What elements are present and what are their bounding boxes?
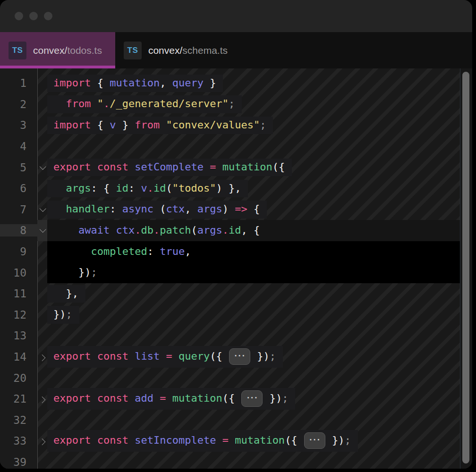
tab-file-name: todos.ts bbox=[67, 45, 102, 56]
token-pun: ({ bbox=[222, 392, 241, 404]
tab-path-prefix: convex/ bbox=[33, 45, 67, 56]
token-pun: } bbox=[204, 77, 216, 89]
tab-file-name: schema.ts bbox=[182, 45, 228, 56]
traffic-light-minimize-button[interactable] bbox=[29, 12, 38, 20]
collapsed-code-chip[interactable]: ··· bbox=[241, 390, 263, 407]
collapsed-code-chip[interactable]: ··· bbox=[304, 432, 325, 449]
line-number[interactable]: 11 bbox=[0, 287, 37, 300]
token-kw: = bbox=[210, 161, 216, 173]
line-number[interactable]: 7 bbox=[0, 203, 37, 216]
token-pun: , bbox=[160, 77, 172, 89]
line-number[interactable]: 14 bbox=[0, 351, 37, 363]
code-text[interactable]: }); bbox=[53, 266, 97, 278]
code-line-32[interactable]: 32 bbox=[0, 410, 460, 431]
line-number[interactable]: 10 bbox=[0, 267, 37, 279]
tab-schema.ts[interactable]: TSconvex/schema.ts bbox=[115, 32, 241, 68]
code-text[interactable]: export const list = query({ ··· }); bbox=[47, 346, 283, 368]
token-str: /_generated/server" bbox=[110, 98, 229, 110]
fold-right-icon[interactable] bbox=[37, 346, 47, 368]
line-number[interactable]: 33 bbox=[0, 435, 37, 447]
code-text[interactable]: args: { id: v.id("todos") }, bbox=[47, 180, 248, 197]
token-pun: : bbox=[147, 245, 160, 257]
line-number[interactable]: 1 bbox=[0, 77, 37, 89]
token-semi: ; bbox=[270, 350, 276, 362]
line-number[interactable]: 9 bbox=[0, 245, 37, 258]
collapsed-code-chip[interactable]: ··· bbox=[229, 348, 250, 365]
token-pun: }) bbox=[326, 434, 345, 446]
code-line-4[interactable]: 4 bbox=[0, 136, 460, 157]
code-text[interactable]: }); bbox=[47, 306, 79, 323]
tab-bar: TSconvex/todos.tsTSconvex/schema.ts bbox=[0, 32, 472, 68]
code-line-39[interactable]: 39 bbox=[0, 452, 460, 469]
token-pun bbox=[91, 434, 97, 446]
code-line-21[interactable]: 21export const add = mutation({ ··· }); bbox=[0, 388, 460, 410]
code-line-12[interactable]: 12}); bbox=[0, 304, 460, 326]
code-text[interactable]: from "./_generated/server"; bbox=[47, 95, 242, 113]
scrollbar-track[interactable] bbox=[460, 68, 472, 469]
code-line-33[interactable]: 33export const setIncomplete = mutation(… bbox=[0, 430, 460, 452]
fold-spacer bbox=[37, 73, 47, 94]
token-id: setIncomplete bbox=[135, 434, 216, 446]
code-line-1[interactable]: 1import { mutation, query } bbox=[0, 73, 460, 94]
token-pun bbox=[91, 161, 97, 173]
token-semi: ; bbox=[229, 98, 235, 110]
token-kw: const bbox=[97, 392, 128, 404]
fold-right-icon[interactable] bbox=[37, 388, 47, 410]
code-text[interactable]: import { mutation, query } bbox=[47, 75, 223, 92]
code-line-11[interactable]: 11 }, bbox=[0, 283, 460, 304]
code-line-8[interactable]: 8 await ctx.db.patch(args.id, { bbox=[0, 220, 460, 241]
line-number[interactable]: 12 bbox=[0, 309, 37, 321]
fold-down-icon[interactable] bbox=[37, 220, 47, 241]
traffic-light-maximize-button[interactable] bbox=[44, 12, 52, 20]
tab-label: convex/schema.ts bbox=[148, 45, 228, 56]
code-line-14[interactable]: 14export const list = query({ ··· }); bbox=[0, 346, 460, 368]
tab-todos.ts[interactable]: TSconvex/todos.ts bbox=[0, 32, 115, 68]
code-text[interactable]: export const setComplete = mutation({ bbox=[47, 159, 292, 176]
code-line-13[interactable]: 13 bbox=[0, 325, 460, 346]
token-fn: id bbox=[229, 224, 241, 236]
line-number[interactable]: 20 bbox=[0, 372, 37, 384]
code-line-5[interactable]: 5export const setComplete = mutation({ bbox=[0, 157, 460, 178]
code-text[interactable]: await ctx.db.patch(args.id, { bbox=[53, 224, 260, 236]
token-kw: = bbox=[222, 434, 229, 446]
token-fn: args bbox=[66, 182, 91, 194]
line-number[interactable]: 39 bbox=[0, 456, 37, 468]
token-id: args bbox=[197, 203, 222, 215]
code-text[interactable]: import { v } from "convex/values"; bbox=[47, 117, 273, 134]
token-pun: ( bbox=[191, 224, 197, 236]
fold-spacer bbox=[37, 262, 47, 283]
fold-right-icon[interactable] bbox=[37, 430, 47, 452]
line-number[interactable]: 6 bbox=[0, 182, 37, 194]
scrollbar-thumb[interactable] bbox=[462, 72, 469, 464]
traffic-light-close-button[interactable] bbox=[15, 12, 23, 20]
fold-down-icon[interactable] bbox=[37, 199, 47, 220]
code-line-content: export const add = mutation({ ··· }); bbox=[47, 388, 460, 410]
code-line-2[interactable]: 2 from "./_generated/server"; bbox=[0, 94, 460, 115]
code-text[interactable]: export const add = mutation({ ··· }); bbox=[47, 388, 295, 410]
line-number[interactable]: 32 bbox=[0, 414, 37, 426]
code-text[interactable]: handler: async (ctx, args) => { bbox=[47, 201, 267, 218]
token-fn: query bbox=[178, 350, 210, 362]
chevron-down-icon bbox=[39, 205, 46, 212]
line-number[interactable]: 4 bbox=[0, 140, 37, 152]
code-line-6[interactable]: 6 args: { id: v.id("todos") }, bbox=[0, 178, 460, 199]
token-pun bbox=[53, 245, 91, 257]
line-number[interactable]: 5 bbox=[0, 161, 37, 174]
code-text[interactable]: export const setIncomplete = mutation({ … bbox=[47, 430, 358, 452]
fold-down-icon[interactable] bbox=[37, 157, 47, 178]
fold-spacer bbox=[37, 283, 47, 304]
line-number[interactable]: 13 bbox=[0, 329, 37, 342]
line-number[interactable]: 2 bbox=[0, 98, 37, 110]
code-line-7[interactable]: 7 handler: async (ctx, args) => { bbox=[0, 199, 460, 220]
code-text[interactable]: }, bbox=[47, 285, 85, 303]
line-number[interactable]: 8 bbox=[0, 224, 37, 236]
code-line-20[interactable]: 20 bbox=[0, 367, 460, 388]
fold-spacer bbox=[37, 178, 47, 199]
code-line-10[interactable]: 10 }); bbox=[0, 262, 460, 283]
line-number[interactable]: 3 bbox=[0, 119, 37, 131]
token-pun bbox=[172, 350, 178, 362]
code-line-9[interactable]: 9 completed: true, bbox=[0, 241, 460, 262]
code-text[interactable]: completed: true, bbox=[53, 245, 191, 258]
line-number[interactable]: 21 bbox=[0, 393, 37, 405]
code-line-3[interactable]: 3import { v } from "convex/values"; bbox=[0, 115, 460, 136]
